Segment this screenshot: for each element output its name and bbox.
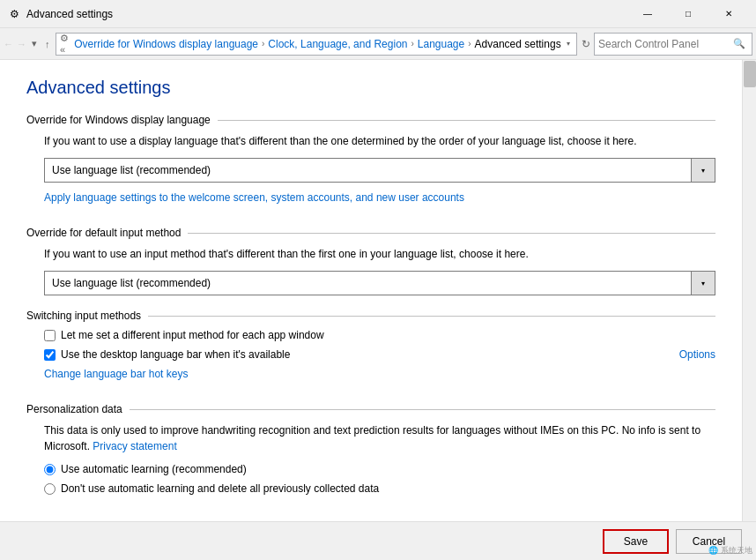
display-language-dropdown[interactable]: Use language list (recommended) xyxy=(44,158,715,183)
desktop-language-bar-checkbox[interactable] xyxy=(44,349,56,361)
change-hotkeys-link[interactable]: Change language bar hot keys xyxy=(44,368,188,380)
section-input-method-header: Override for default input method xyxy=(26,227,715,239)
breadcrumb-item-1[interactable]: Override for Windows display language xyxy=(74,38,258,50)
scrollbar[interactable] xyxy=(742,60,756,560)
maximize-button[interactable]: □ xyxy=(668,0,708,28)
apply-language-settings-link[interactable]: Apply language settings to the welcome s… xyxy=(44,191,464,204)
section-switching-body: Let me set a different input method for … xyxy=(44,329,715,389)
minimize-button[interactable]: — xyxy=(627,0,668,28)
bottom-bar: Save Cancel xyxy=(0,521,756,560)
breadcrumb-sep-2: › xyxy=(411,39,413,49)
breadcrumb-bar: ⚙ « Override for Windows display languag… xyxy=(56,33,577,56)
breadcrumb-root-icon: ⚙ « xyxy=(60,33,72,55)
breadcrumb-dropdown-button[interactable]: ▾ xyxy=(563,33,574,56)
section-input-method-body: If you want to use an input method that'… xyxy=(44,246,715,295)
breadcrumb-item-3[interactable]: Language xyxy=(418,38,464,50)
breadcrumb-sep-3: › xyxy=(468,39,471,49)
address-bar: ← → ▾ ↑ ⚙ « Override for Windows display… xyxy=(0,28,756,60)
recent-locations-button[interactable]: ▾ xyxy=(30,34,40,55)
checkbox-row-2: Use the desktop language bar when it's a… xyxy=(44,348,715,361)
search-box: 🔍 xyxy=(594,33,752,56)
search-icon[interactable]: 🔍 xyxy=(730,35,748,53)
radio-row-1: Use automatic learning (recommended) xyxy=(44,463,715,475)
title-bar-controls: — □ ✕ xyxy=(627,0,749,28)
display-language-desc: If you want to use a display language th… xyxy=(44,133,715,149)
section-switching-header: Switching input methods xyxy=(26,310,715,322)
window-title: Advanced settings xyxy=(26,8,627,20)
input-method-desc: If you want to use an input method that'… xyxy=(44,246,715,262)
save-button[interactable]: Save xyxy=(603,529,669,554)
close-button[interactable]: ✕ xyxy=(708,0,749,28)
desktop-language-bar-label: Use the desktop language bar when it's a… xyxy=(61,348,674,361)
checkbox-row-1: Let me set a different input method for … xyxy=(44,329,715,341)
section-personalization-body: This data is only used to improve handwr… xyxy=(44,422,715,495)
privacy-statement-link[interactable]: Privacy statement xyxy=(93,440,176,452)
title-bar: ⚙ Advanced settings — □ ✕ xyxy=(0,0,756,28)
refresh-button[interactable]: ↻ xyxy=(581,34,590,55)
auto-learning-label: Use automatic learning (recommended) xyxy=(61,463,247,475)
window-icon: ⚙ xyxy=(7,7,21,21)
no-learning-radio[interactable] xyxy=(44,483,56,495)
cancel-button[interactable]: Cancel xyxy=(676,529,742,554)
breadcrumb-item-2[interactable]: Clock, Language, and Region xyxy=(268,38,407,50)
back-button[interactable]: ← xyxy=(4,34,13,55)
section-display-language-body: If you want to use a display language th… xyxy=(44,133,715,213)
forward-button[interactable]: → xyxy=(17,34,26,55)
main-content: Advanced settings Override for Windows d… xyxy=(0,60,756,560)
personalization-desc: This data is only used to improve handwr… xyxy=(44,422,715,454)
content-area: Advanced settings Override for Windows d… xyxy=(0,60,742,560)
breadcrumb-current: Advanced settings xyxy=(475,38,561,50)
auto-learning-radio[interactable] xyxy=(44,464,56,475)
input-method-dropdown-container: Use language list (recommended) ▾ xyxy=(44,271,715,295)
no-learning-label: Don't use automatic learning and delete … xyxy=(61,482,379,495)
input-method-per-app-checkbox[interactable] xyxy=(44,330,56,341)
up-button[interactable]: ↑ xyxy=(43,34,53,55)
radio-row-2: Don't use automatic learning and delete … xyxy=(44,482,715,495)
options-link[interactable]: Options xyxy=(679,348,715,361)
section-personalization-header: Personalization data xyxy=(26,403,715,415)
input-method-per-app-label: Let me set a different input method for … xyxy=(61,329,324,341)
breadcrumb-sep-1: › xyxy=(262,39,264,49)
input-method-dropdown[interactable]: Use language list (recommended) xyxy=(44,271,715,295)
section-display-language-header: Override for Windows display language xyxy=(26,114,715,126)
page-title: Advanced settings xyxy=(26,78,715,98)
scrollbar-thumb[interactable] xyxy=(744,61,756,87)
search-input[interactable] xyxy=(598,38,730,50)
display-language-dropdown-container: Use language list (recommended) ▾ xyxy=(44,158,715,183)
